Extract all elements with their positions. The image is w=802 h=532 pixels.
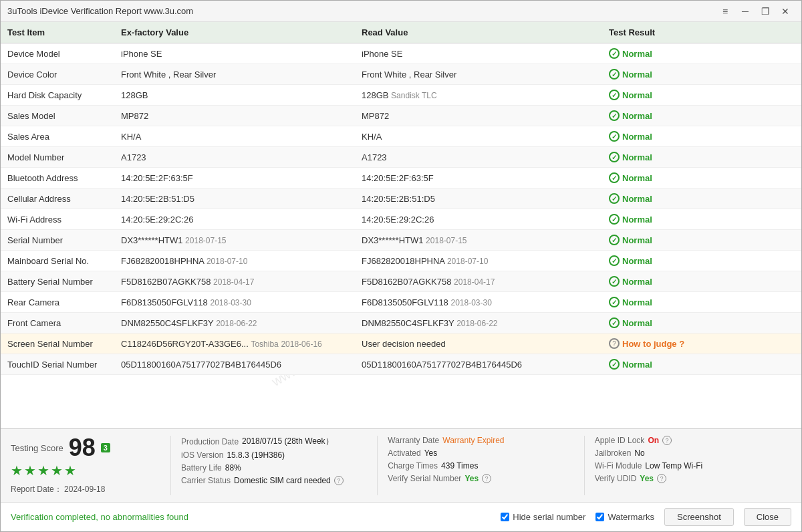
footer-bar: Verification completed, no abnormalities…	[1, 502, 801, 531]
report-date-label: Report Date：	[11, 485, 62, 494]
result-normal: ✓ Normal	[609, 276, 795, 287]
cell-test-item: Sales Area	[1, 126, 114, 147]
bottom-col-3: Apple ID Lock On ? Jailbroken No Wi-Fi M…	[585, 436, 791, 495]
charge-label: Charge Times	[388, 461, 438, 471]
read-date: 2018-07-10	[447, 257, 488, 266]
ios-label: iOS Version	[181, 450, 223, 460]
hide-serial-checkbox[interactable]: Hide serial number	[501, 512, 585, 522]
table-row: Model NumberA1723A1723 ✓ Normal	[1, 147, 801, 168]
result-text: Normal	[622, 215, 652, 225]
table-header-row: Test Item Ex-factory Value Read Value Te…	[1, 22, 801, 43]
watermarks-input[interactable]	[595, 513, 604, 521]
check-icon: ✓	[609, 317, 620, 328]
cell-test-item: Front Camera	[1, 313, 114, 334]
result-normal: ✓ Normal	[609, 235, 795, 245]
screenshot-button[interactable]: Screenshot	[664, 508, 734, 526]
cell-ex-factory: A1723	[114, 147, 355, 168]
wifi-module-label: Wi-Fi Module	[595, 461, 642, 471]
cell-read-value: KH/A	[355, 126, 602, 147]
read-value: 05D11800160A751777027B4B176445D6	[362, 360, 522, 370]
cell-test-item: Bluetooth Address	[1, 168, 114, 188]
cell-test-item: Model Number	[1, 147, 114, 168]
cell-read-value: F6D8135050FGLV118 2018-03-30	[355, 292, 602, 313]
production-date-value: 2018/07/15 (28th Week）	[242, 436, 333, 447]
bottom-col-2: Warranty Date Warranty Expired Activated…	[378, 436, 584, 495]
ex-date: 2018-04-17	[213, 277, 254, 287]
cell-test-result: ✓ Normal	[602, 147, 801, 168]
result-normal: ✓ Normal	[609, 214, 795, 225]
ex-factory-value: KH/A	[121, 132, 141, 142]
jailbroken-value: No	[634, 448, 644, 458]
close-button-footer[interactable]: Close	[744, 508, 791, 526]
read-date: 2018-04-17	[454, 277, 495, 287]
cell-ex-factory: F6D8135050FGLV118 2018-03-30	[114, 292, 355, 313]
score-label: Testing Score	[11, 443, 63, 453]
cell-ex-factory: 14:20:5E:29:2C:26	[114, 209, 355, 230]
read-value: A1723	[362, 152, 387, 162]
cell-test-result: ✓ Normal	[602, 292, 801, 313]
cell-read-value: 14:20:5E:2F:63:5F	[355, 168, 602, 188]
table-row: Mainboard Serial No.FJ682820018HPHNA 201…	[1, 251, 801, 271]
watermarks-checkbox[interactable]: Watermarks	[595, 512, 654, 522]
result-howto: ? How to judge ?	[609, 338, 795, 349]
check-icon: ✓	[609, 276, 620, 287]
read-value: User decision needed	[362, 339, 446, 349]
ex-factory-value: F6D8135050FGLV118	[121, 297, 208, 307]
hide-serial-input[interactable]	[501, 513, 509, 521]
close-button[interactable]: ✕	[776, 2, 795, 21]
apple-id-row: Apple ID Lock On ?	[595, 436, 781, 445]
check-icon: ✓	[609, 172, 620, 183]
cell-test-item: TouchID Serial Number	[1, 354, 114, 375]
cell-test-result: ✓ Normal	[602, 251, 801, 271]
minimize-button[interactable]: ─	[736, 2, 755, 21]
bottom-score-section: Testing Score 98 3 ★★★★★ Report Date： 20…	[11, 436, 171, 495]
verification-message: Verification completed, no abnormalities…	[11, 512, 188, 522]
cell-test-result: ✓ Normal	[602, 43, 801, 64]
carrier-value: Domestic SIM card needed	[234, 476, 331, 485]
result-normal: ✓ Normal	[609, 297, 795, 307]
table-row: Screen Serial NumberC118246D56RGY20T-A33…	[1, 334, 801, 354]
read-value: Front White , Rear Silver	[362, 70, 456, 80]
read-value: 14:20:5E:2B:51:D5	[362, 194, 435, 204]
cell-ex-factory: 05D11800160A751777027B4B176445D6	[114, 354, 355, 375]
maximize-button[interactable]: ❐	[756, 2, 775, 21]
result-text: Normal	[622, 297, 652, 307]
cell-test-result: ✓ Normal	[602, 188, 801, 209]
carrier-label: Carrier Status	[181, 476, 231, 485]
cell-test-item: Sales Model	[1, 106, 114, 126]
cell-test-result: ✓ Normal	[602, 85, 801, 106]
menu-button[interactable]: ≡	[716, 2, 734, 21]
apple-id-help-icon[interactable]: ?	[662, 436, 672, 445]
activated-label: Activated	[388, 448, 420, 458]
how-to-judge-link[interactable]: How to judge ?	[622, 339, 684, 349]
main-window: 3uTools iDevice Verification Report www.…	[0, 0, 802, 532]
ex-factory-value: MP872	[121, 111, 148, 121]
cell-test-item: Wi-Fi Address	[1, 209, 114, 230]
stars: ★★★★★	[11, 462, 164, 479]
ex-extra: Toshiba	[251, 340, 278, 349]
cell-read-value: User decision needed	[355, 334, 602, 354]
read-value: F6D8135050FGLV118	[362, 297, 448, 307]
carrier-help-icon[interactable]: ?	[334, 476, 344, 485]
battery-label: Battery Life	[181, 463, 222, 473]
wifi-module-value: Low Temp Wi-Fi	[645, 461, 702, 471]
cell-read-value: MP872	[355, 106, 602, 126]
verify-serial-help-icon[interactable]: ?	[482, 474, 491, 483]
result-text: Normal	[622, 152, 652, 162]
table-area: www.3u.com 3uTools Verification Report 3…	[1, 22, 801, 428]
ex-date: 2018-06-16	[281, 340, 321, 349]
score-value: 98	[69, 436, 96, 460]
activated-row: Activated Yes	[388, 448, 573, 458]
check-icon: ✓	[609, 90, 620, 100]
table-row: Device ModeliPhone SEiPhone SE ✓ Normal	[1, 43, 801, 64]
result-text: Normal	[622, 318, 652, 328]
cell-ex-factory: DNM82550C4SFLKF3Y 2018-06-22	[114, 313, 355, 334]
cell-test-item: Device Model	[1, 43, 114, 64]
check-icon: ✓	[609, 235, 620, 245]
ex-factory-value: 14:20:5E:2B:51:D5	[121, 194, 194, 204]
verify-udid-help-icon[interactable]: ?	[657, 474, 666, 483]
check-icon: ✓	[609, 69, 620, 80]
ex-factory-value: 05D11800160A751777027B4B176445D6	[121, 360, 281, 370]
cell-ex-factory: C118246D56RGY20T-A33GE6... Toshiba 2018-…	[114, 334, 355, 354]
wifi-module-row: Wi-Fi Module Low Temp Wi-Fi	[595, 461, 781, 471]
